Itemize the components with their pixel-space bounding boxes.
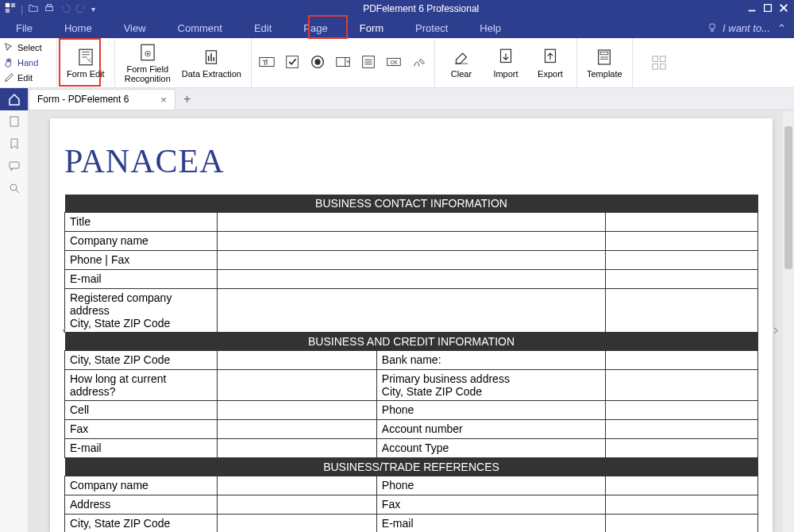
hand-tool[interactable]: Hand bbox=[3, 56, 53, 70]
menu-edit[interactable]: Edit bbox=[238, 17, 287, 38]
clear-label: Clear bbox=[451, 69, 472, 79]
menu-view[interactable]: View bbox=[108, 17, 162, 38]
table-cell bbox=[218, 495, 377, 515]
menubar: File Home View Comment Edit Page Form Pr… bbox=[0, 17, 794, 38]
table-cell bbox=[218, 351, 377, 370]
add-tab-button[interactable]: + bbox=[175, 92, 198, 106]
section1-header: BUSINESS CONTACT INFORMATION bbox=[65, 195, 758, 213]
export-label: Export bbox=[538, 69, 563, 79]
svg-point-15 bbox=[147, 52, 148, 54]
clear-button[interactable]: Clear bbox=[441, 39, 481, 87]
combobox-icon[interactable] bbox=[334, 53, 352, 73]
table-cell bbox=[605, 289, 757, 333]
svg-line-48 bbox=[16, 190, 19, 193]
button-field-icon[interactable]: OK bbox=[385, 53, 403, 73]
svg-rect-38 bbox=[600, 52, 608, 54]
svg-rect-46 bbox=[10, 162, 19, 168]
export-button[interactable]: Export bbox=[530, 39, 570, 87]
bulb-icon bbox=[707, 22, 718, 33]
workspace: Form - PDFelement 6 × + ‹ › PANACEA BUSI… bbox=[0, 88, 794, 532]
app-icon bbox=[5, 2, 16, 16]
doc-title: PANACEA bbox=[64, 142, 758, 180]
radio-icon[interactable] bbox=[309, 53, 326, 73]
select-tool[interactable]: Select bbox=[3, 40, 53, 55]
svg-point-47 bbox=[10, 184, 17, 191]
data-extraction-button[interactable]: Data Extraction bbox=[179, 39, 245, 87]
menu-comment[interactable]: Comment bbox=[162, 17, 238, 38]
table-cell: Fax bbox=[65, 420, 218, 439]
maximize-icon[interactable] bbox=[762, 2, 773, 16]
table-cell bbox=[218, 289, 606, 333]
form-edit-button[interactable]: Form Edit bbox=[64, 39, 108, 87]
svg-point-25 bbox=[314, 59, 320, 64]
table-cell bbox=[605, 515, 757, 533]
document-scroll[interactable]: ‹ › PANACEA BUSINESS CONTACT INFORMATION… bbox=[29, 110, 794, 532]
scrollbar-thumb[interactable] bbox=[784, 126, 792, 269]
table-cell: E-mail bbox=[376, 515, 605, 533]
print-icon[interactable] bbox=[44, 2, 55, 16]
svg-rect-4 bbox=[48, 4, 52, 6]
ribbon-collapse-icon[interactable]: ⌃ bbox=[777, 22, 786, 34]
vertical-scrollbar[interactable] bbox=[783, 110, 794, 532]
open-icon[interactable] bbox=[28, 2, 39, 16]
table-cell: City, State ZIP Code bbox=[65, 515, 218, 533]
redo-icon[interactable] bbox=[75, 2, 87, 16]
text-field-icon[interactable]: T bbox=[258, 53, 276, 73]
table-cell bbox=[605, 270, 757, 289]
table-cell: Account number bbox=[376, 420, 605, 439]
table-cell bbox=[218, 232, 606, 251]
more-button[interactable] bbox=[639, 39, 679, 87]
section2-header: BUSINESS AND CREDIT INFORMATION bbox=[65, 333, 758, 351]
svg-rect-41 bbox=[653, 56, 658, 62]
form-field-recognition-button[interactable]: Form Field Recognition bbox=[121, 39, 174, 87]
table-cell bbox=[218, 439, 377, 458]
menu-help[interactable]: Help bbox=[464, 17, 517, 38]
table-cell: Address bbox=[65, 495, 218, 515]
table-cell bbox=[218, 401, 377, 420]
signature-field-icon[interactable] bbox=[410, 53, 428, 73]
form-field-tools: T OK bbox=[258, 53, 428, 73]
svg-rect-3 bbox=[46, 6, 53, 10]
template-button[interactable]: Template bbox=[584, 39, 626, 87]
minimize-icon[interactable] bbox=[746, 2, 757, 16]
svg-text:OK: OK bbox=[390, 59, 398, 64]
listbox-icon[interactable] bbox=[360, 53, 377, 73]
menu-form[interactable]: Form bbox=[344, 17, 399, 38]
table-cell bbox=[218, 270, 606, 289]
document-tab[interactable]: Form - PDFelement 6 × bbox=[29, 89, 175, 110]
form-edit-label: Form Edit bbox=[67, 69, 105, 79]
tab-close-icon[interactable]: × bbox=[160, 94, 167, 106]
panel-home-button[interactable] bbox=[0, 88, 28, 110]
panel-bookmarks-button[interactable] bbox=[0, 133, 28, 155]
document-tab-label: Form - PDFelement 6 bbox=[37, 94, 129, 105]
svg-rect-43 bbox=[653, 64, 658, 70]
edit-tool[interactable]: Edit bbox=[3, 71, 53, 85]
ribbon-select-tools: Select Hand Edit bbox=[0, 38, 57, 87]
svg-rect-2 bbox=[6, 8, 10, 12]
titlebar: | ▾ PDFelement 6 Professional bbox=[0, 0, 794, 17]
table-cell: Primary business address City, State ZIP… bbox=[376, 370, 605, 401]
menu-protect[interactable]: Protect bbox=[399, 17, 464, 38]
ribbon: Select Hand Edit Form Edit Form Field Re… bbox=[0, 38, 794, 88]
table-cell: Phone bbox=[376, 401, 605, 420]
table-cell bbox=[218, 251, 606, 270]
svg-rect-6 bbox=[765, 4, 772, 11]
table-cell bbox=[605, 251, 757, 270]
menu-home[interactable]: Home bbox=[48, 17, 108, 38]
svg-rect-42 bbox=[660, 56, 665, 62]
svg-rect-45 bbox=[10, 117, 18, 126]
page-prev-icon[interactable]: ‹ bbox=[62, 322, 67, 338]
menu-file[interactable]: File bbox=[0, 17, 48, 38]
panel-search-button[interactable] bbox=[0, 177, 28, 199]
checkbox-icon[interactable] bbox=[283, 53, 301, 73]
panel-comments-button[interactable] bbox=[0, 155, 28, 177]
page-next-icon[interactable]: › bbox=[773, 322, 778, 338]
menu-page[interactable]: Page bbox=[287, 17, 343, 38]
import-button[interactable]: Import bbox=[486, 39, 526, 87]
table-cell bbox=[605, 420, 757, 439]
undo-icon[interactable] bbox=[60, 2, 71, 16]
table-cell: Company name bbox=[65, 476, 218, 495]
close-icon[interactable] bbox=[778, 2, 789, 16]
table-cell: Title bbox=[65, 213, 218, 232]
panel-thumbnails-button[interactable] bbox=[0, 110, 28, 133]
